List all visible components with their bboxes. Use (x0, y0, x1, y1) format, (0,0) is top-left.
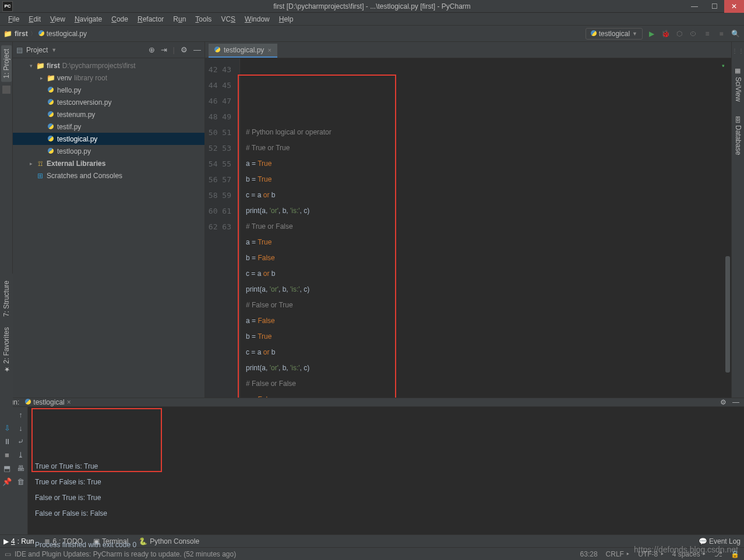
up-icon[interactable]: ↑ (19, 410, 23, 419)
tree-row[interactable]: testlogical.py (13, 133, 204, 145)
menu-help[interactable]: Help (274, 14, 298, 24)
gear-icon[interactable]: ⚙ (181, 45, 188, 54)
wrap-icon[interactable]: ⤶ (17, 437, 24, 446)
locate-icon[interactable]: ⊕ (149, 45, 155, 54)
concurrency-button[interactable]: ≡ (702, 29, 713, 39)
maximize-button[interactable]: ☐ (704, 0, 724, 13)
pause-icon[interactable]: ⏸ (3, 437, 11, 446)
folder-icon: ▤ (16, 46, 23, 54)
coverage-button[interactable]: ⬡ (674, 29, 685, 39)
code-content[interactable]: # Python logical or operator# True or Tr… (240, 58, 731, 398)
navbar: 📁 first 〉 testlogical.py testlogical ▼ ▶… (0, 26, 744, 42)
editor-tab[interactable]: testlogical.py × (209, 44, 277, 58)
python-icon (591, 30, 597, 38)
right-tool-strip: ⋮⋮ ▦ SciView 🗄 Database (731, 42, 744, 398)
tree-row[interactable]: hello.py (13, 84, 204, 96)
titlebar: PC first [D:\pycharmprojects\first] - ..… (0, 0, 744, 13)
run-config-selector[interactable]: testlogical ▼ (586, 28, 643, 40)
menu-tools[interactable]: Tools (191, 14, 216, 24)
menubar: File Edit View Navigate Code Refactor Ru… (0, 13, 744, 26)
debug-button[interactable]: 🐞 (660, 29, 671, 39)
tree-row[interactable]: ▸📁venv library root (13, 72, 204, 84)
hide-icon[interactable]: — (732, 398, 739, 406)
menu-code[interactable]: Code (107, 14, 133, 24)
menu-window[interactable]: Window (240, 14, 274, 24)
close-button[interactable]: ✕ (724, 0, 744, 13)
search-everywhere-button[interactable]: 🔍 (730, 29, 741, 39)
menu-navigate[interactable]: Navigate (70, 14, 107, 24)
chevron-down-icon: ▼ (632, 31, 637, 37)
folder-icon: 📁 (3, 30, 12, 38)
gutter: 42 43 44 45 46 47 48 49 50 51 52 53 54 5… (205, 58, 240, 398)
menu-vcs[interactable]: VCS (216, 14, 240, 24)
status-icon[interactable]: ▭ (5, 550, 11, 558)
scroll-icon[interactable]: ⤓ (17, 451, 24, 459)
run-output[interactable]: True or True is: TrueTrue or False is: T… (28, 407, 744, 558)
run-config-label: testlogical (599, 30, 630, 38)
project-panel: ▤ Project ▼ ⊕ ⇥ | ⚙ — ▾📁first D:\pycharm… (13, 42, 205, 398)
code-editor[interactable]: 42 43 44 45 46 47 48 49 50 51 52 53 54 5… (205, 58, 731, 398)
python-icon (38, 30, 44, 38)
collapse-icon[interactable]: ⇥ (161, 45, 167, 54)
database-tool-tab[interactable]: 🗄 Database (733, 114, 743, 157)
bookmarks-icon[interactable] (2, 86, 10, 94)
menu-file[interactable]: File (3, 14, 24, 24)
tree-row[interactable]: testenum.py (13, 108, 204, 120)
print-icon[interactable]: 🖶 (17, 464, 24, 473)
editor-area: testlogical.py × 42 43 44 45 46 47 48 49… (205, 42, 731, 398)
run-button[interactable]: ▶ (646, 29, 657, 39)
run-tab[interactable]: testlogical × (25, 398, 70, 406)
menu-refactor[interactable]: Refactor (133, 14, 168, 24)
sciview-tool-tab[interactable]: ▦ SciView (733, 65, 743, 104)
chevron-right-icon: 〉 (30, 30, 36, 38)
left-tool-strip-2: 7: Structure ★ 2: Favorites (0, 274, 13, 419)
project-tool-tab[interactable]: 1: Project (1, 45, 12, 82)
tree-row[interactable]: testloop.py (13, 145, 204, 157)
close-tab-icon[interactable]: × (267, 47, 271, 54)
drag-handle-icon: ⋮⋮ (732, 48, 745, 54)
tree-row[interactable]: ⊞Scratches and Consoles (13, 169, 204, 182)
app-logo: PC (2, 1, 13, 12)
stop-button[interactable]: ■ (716, 29, 727, 39)
structure-tool-tab[interactable]: 7: Structure (1, 277, 12, 320)
menu-edit[interactable]: Edit (24, 14, 45, 24)
stop-icon[interactable]: ■ (5, 451, 9, 459)
run-tool-window: Run: testlogical × ⚙ — ▶ ⇩ ⏸ ■ ⬒ 📌 ↑ ↓ ⤶… (0, 398, 744, 534)
minimize-button[interactable]: — (685, 0, 704, 13)
watermark: https://defonds.blog.csdn.net (634, 545, 738, 554)
favorites-tool-tab[interactable]: ★ 2: Favorites (1, 324, 12, 377)
tree-row[interactable]: testif.py (13, 120, 204, 133)
gear-icon[interactable]: ⚙ (720, 398, 727, 406)
hide-icon[interactable]: — (193, 45, 201, 54)
clear-icon[interactable]: 🗑 (17, 477, 24, 486)
restore-layout-icon[interactable]: ⬒ (3, 464, 10, 473)
chevron-down-icon[interactable]: ▼ (51, 47, 57, 53)
scrollbar-thumb[interactable] (725, 256, 730, 373)
editor-scrollbar[interactable] (724, 58, 731, 398)
tree-row[interactable]: testconversion.py (13, 96, 204, 108)
python-icon (25, 398, 31, 406)
menu-view[interactable]: View (45, 14, 70, 24)
profile-button[interactable]: ⏲ (688, 29, 699, 39)
python-icon (214, 46, 220, 54)
window-title: first [D:\pycharmprojects\first] - ...\t… (273, 2, 471, 10)
breadcrumb-file[interactable]: testlogical.py (47, 30, 87, 38)
close-run-tab-icon[interactable]: × (67, 398, 71, 406)
tree-row[interactable]: ▾📁first D:\pycharmprojects\first (13, 59, 204, 72)
breadcrumb[interactable]: 📁 first 〉 testlogical.py (3, 30, 87, 38)
run-tab-label: testlogical (33, 398, 64, 406)
down-icon[interactable]: ↓ (19, 424, 23, 433)
breadcrumb-project[interactable]: first (15, 30, 28, 38)
menu-run[interactable]: Run (168, 14, 191, 24)
project-tree[interactable]: ▾📁first D:\pycharmprojects\first▸📁venv l… (13, 58, 204, 398)
toggle-icon[interactable]: ⇩ (4, 424, 10, 433)
pin-icon[interactable]: 📌 (2, 477, 12, 486)
project-panel-title: Project (26, 46, 48, 54)
editor-tab-label: testlogical.py (224, 46, 264, 54)
tree-row[interactable]: ▸⟟⟟External Libraries (13, 157, 204, 169)
